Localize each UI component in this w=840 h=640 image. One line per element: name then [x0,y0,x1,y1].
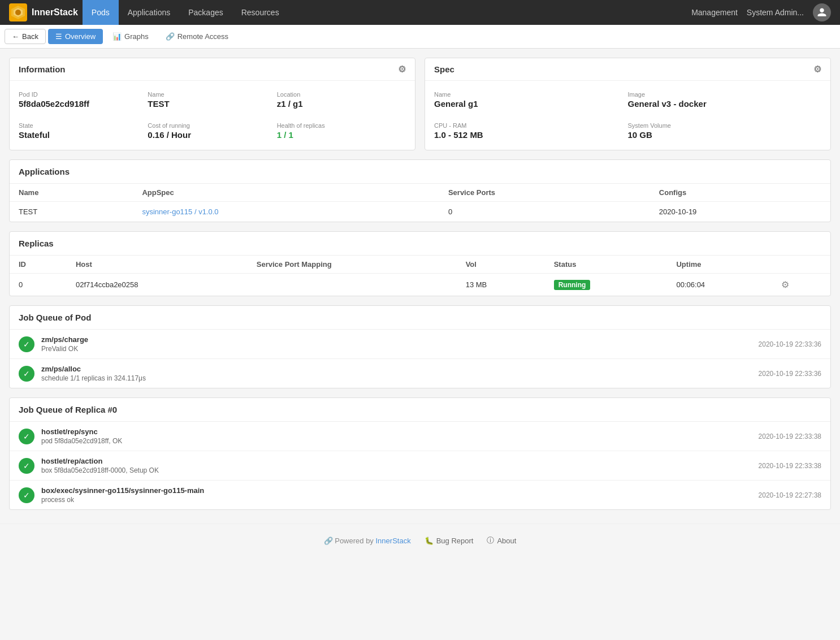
nav-tab-packages[interactable]: Packages [179,0,232,25]
replicas-title: Replicas [10,232,830,256]
job-queue-replica-list: ✓ hostlet/rep/sync pod 5f8da05e2cd918ff,… [10,422,830,509]
replicas-card: Replicas ID Host Service Port Mapping Vo… [9,231,831,296]
applications-table: Name AppSpec Service Ports Configs TEST … [10,184,830,222]
col-service-port-mapping: Service Port Mapping [248,256,457,274]
info-spec-row: Information ⚙ Pod ID 5f8da05e2cd918ff Na… [9,58,831,150]
management-link[interactable]: Management [691,8,738,17]
nav-right: Management System Admin... [691,3,831,21]
col-host: Host [67,256,248,274]
app-spec: sysinner-go115 / v1.0.0 [133,202,439,222]
list-item: ✓ hostlet/rep/sync pod 5f8da05e2cd918ff,… [10,422,830,451]
replica-gear-icon[interactable]: ⚙ [781,280,789,289]
graphs-button[interactable]: 📊 Graphs [105,29,156,44]
applications-card: Applications Name AppSpec Service Ports … [9,159,831,222]
remote-access-button[interactable]: 🔗 Remote Access [158,29,236,44]
app-configs: 2020-10-19 [650,202,830,222]
spec-gear-icon[interactable]: ⚙ [813,64,821,75]
top-nav: InnerStack Pods Applications Packages Re… [0,0,840,25]
list-item: ✓ hostlet/rep/action box 5f8da05e2cd918f… [10,451,830,481]
pod-state-field: State Stateful [19,119,148,143]
replica-spm [248,274,457,296]
pod-id-field: Pod ID 5f8da05e2cd918ff [19,88,148,112]
nav-tab-resources[interactable]: Resources [232,0,288,25]
nav-tab-applications[interactable]: Applications [119,0,180,25]
pod-location-field: Location z1 / g1 [277,88,406,112]
pod-health-field: Health of replicas 1 / 1 [277,119,406,143]
spec-fields: Name General g1 Image General v3 - docke… [425,81,830,150]
admin-link[interactable]: System Admin... [747,8,804,17]
app-service-ports: 0 [439,202,650,222]
col-status: Status [545,256,668,274]
spec-cpu-field: CPU - RAM 1.0 - 512 MB [434,119,628,143]
job-check-icon: ✓ [19,336,34,352]
job-queue-pod-card: Job Queue of Pod ✓ zm/ps/charge PreValid… [9,305,831,388]
nav-tabs: Pods Applications Packages Resources [83,0,288,25]
list-item: ✓ box/exec/sysinner-go115/sysinner-go115… [10,481,830,509]
user-icon [817,7,827,18]
job-text: box/exec/sysinner-go115/sysinner-go115-m… [41,486,759,504]
job-check-icon: ✓ [19,429,34,444]
job-text: zm/ps/charge PreValid OK [41,335,759,353]
information-header: Information ⚙ [10,58,415,81]
table-row: TEST sysinner-go115 / v1.0.0 0 2020-10-1… [10,202,830,222]
app-logo[interactable]: InnerStack [9,3,78,21]
app-name: InnerStack [32,7,78,18]
pod-cost-field: Cost of running 0.16 / Hour [148,119,276,143]
information-card: Information ⚙ Pod ID 5f8da05e2cd918ff Na… [9,58,415,150]
about-link[interactable]: ⓘ About [487,535,516,546]
app-name: TEST [10,202,133,222]
logo-icon [9,3,27,21]
replica-actions: ⚙ [772,274,830,296]
job-queue-pod-list: ✓ zm/ps/charge PreValid OK 2020-10-19 22… [10,330,830,388]
job-queue-replica-title: Job Queue of Replica #0 [10,398,830,422]
col-configs: Configs [650,184,830,202]
replica-id: 0 [10,274,67,296]
list-item: ✓ zm/ps/alloc schedule 1/1 replicas in 3… [10,359,830,388]
table-row: 0 02f714ccba2e0258 13 MB Running 00:06:0… [10,274,830,296]
footer: 🔗 Powered by InnerStack 🐛 Bug Report ⓘ A… [0,524,840,557]
replica-status: Running [545,274,668,296]
spec-header: Spec ⚙ [425,58,830,81]
col-appspec: AppSpec [133,184,439,202]
powered-by-text: 🔗 Powered by InnerStack [324,537,411,545]
bug-report-link[interactable]: 🐛 Bug Report [425,537,474,545]
col-id: ID [10,256,67,274]
back-button[interactable]: ← Back [5,29,46,44]
col-actions [772,256,830,274]
applications-title: Applications [10,160,830,184]
spec-volume-field: System Volume 10 GB [628,119,822,143]
pod-name-field: Name TEST [148,88,276,112]
information-gear-icon[interactable]: ⚙ [398,64,406,75]
status-badge: Running [554,280,591,290]
job-text: zm/ps/alloc schedule 1/1 replicas in 324… [41,365,759,382]
replicas-table: ID Host Service Port Mapping Vol Status … [10,256,830,296]
job-queue-replica-card: Job Queue of Replica #0 ✓ hostlet/rep/sy… [9,397,831,510]
spec-image-field: Image General v3 - docker [628,88,822,112]
nav-tab-pods[interactable]: Pods [83,0,119,25]
user-avatar[interactable] [813,3,831,21]
col-vol: Vol [457,256,545,274]
job-queue-pod-title: Job Queue of Pod [10,306,830,330]
job-check-icon: ✓ [19,366,34,382]
replica-host: 02f714ccba2e0258 [67,274,248,296]
replica-vol: 13 MB [457,274,545,296]
job-text: hostlet/rep/action box 5f8da05e2cd918ff-… [41,457,759,474]
svg-point-3 [15,10,21,15]
list-item: ✓ zm/ps/charge PreValid OK 2020-10-19 22… [10,330,830,359]
job-check-icon: ✓ [19,458,34,474]
information-fields: Pod ID 5f8da05e2cd918ff Name TEST Locati… [10,81,415,150]
sub-nav: ← Back ☰ Overview 📊 Graphs 🔗 Remote Acce… [0,25,840,49]
overview-button[interactable]: ☰ Overview [48,29,103,44]
job-text: hostlet/rep/sync pod 5f8da05e2cd918ff, O… [41,427,759,445]
col-uptime: Uptime [667,256,772,274]
job-check-icon: ✓ [19,487,34,503]
col-name: Name [10,184,133,202]
col-service-ports: Service Ports [439,184,650,202]
main-content: Information ⚙ Pod ID 5f8da05e2cd918ff Na… [0,49,840,519]
replica-uptime: 00:06:04 [667,274,772,296]
spec-name-field: Name General g1 [434,88,628,112]
innerstack-footer-link[interactable]: InnerStack [376,537,411,545]
spec-card: Spec ⚙ Name General g1 Image General v3 … [425,58,831,150]
